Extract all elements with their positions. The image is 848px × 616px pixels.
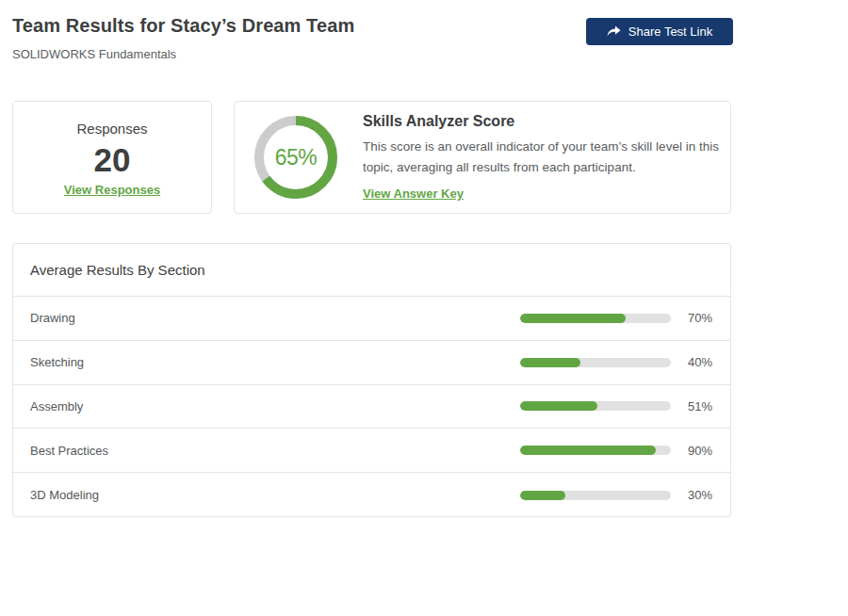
section-label: Best Practices <box>30 444 520 458</box>
section-label: 3D Modeling <box>30 488 520 502</box>
progress-bar-fill <box>520 491 565 500</box>
score-card-description: This score is an overall indicator of yo… <box>363 137 719 177</box>
progress-bar-fill <box>520 401 597 411</box>
progress-bar-track <box>520 401 671 411</box>
section-row-drawing: Drawing 70% <box>13 297 730 341</box>
progress-bar-track <box>520 358 671 367</box>
section-label: Sketching <box>30 355 520 369</box>
section-row-sketching: Sketching 40% <box>13 341 730 385</box>
share-test-link-button[interactable]: Share Test Link <box>586 18 733 45</box>
section-percent: 90% <box>671 444 712 458</box>
view-answer-key-link[interactable]: View Answer Key <box>363 186 464 201</box>
view-responses-link[interactable]: View Responses <box>64 183 160 197</box>
skills-analyzer-score-card: 65% Skills Analyzer Score This score is … <box>234 101 731 214</box>
score-percent-label: 65% <box>254 116 337 199</box>
responses-count: 20 <box>94 140 131 180</box>
score-card-title: Skills Analyzer Score <box>363 113 719 130</box>
section-label: Drawing <box>30 311 520 325</box>
progress-bar-fill <box>520 314 626 323</box>
responses-card: Responses 20 View Responses <box>12 101 212 214</box>
average-results-title: Average Results By Section <box>13 244 730 297</box>
page-subtitle: SOLIDWORKS Fundamentals <box>12 47 176 61</box>
section-label: Assembly <box>30 399 520 413</box>
share-button-label: Share Test Link <box>628 24 712 39</box>
progress-bar-fill <box>520 358 580 367</box>
average-results-card: Average Results By Section Drawing 70% S… <box>12 243 731 517</box>
progress-bar-track <box>520 491 671 500</box>
score-text-block: Skills Analyzer Score This score is an o… <box>363 113 719 201</box>
share-icon <box>607 25 621 38</box>
section-percent: 40% <box>671 355 712 369</box>
section-percent: 30% <box>671 488 712 502</box>
team-results-page: Team Results for Stacy’s Dream Team SOLI… <box>0 0 848 616</box>
section-row-assembly: Assembly 51% <box>13 385 730 430</box>
score-donut-chart: 65% <box>254 116 337 199</box>
section-row-best-practices: Best Practices 90% <box>13 429 730 473</box>
page-title: Team Results for Stacy’s Dream Team <box>12 15 354 37</box>
progress-bar-track <box>520 446 671 455</box>
section-row-3d-modeling: 3D Modeling 30% <box>13 473 730 517</box>
responses-card-title: Responses <box>76 121 147 137</box>
section-percent: 51% <box>671 399 712 413</box>
progress-bar-fill <box>520 446 656 455</box>
progress-bar-track <box>520 314 671 323</box>
section-percent: 70% <box>671 311 712 325</box>
